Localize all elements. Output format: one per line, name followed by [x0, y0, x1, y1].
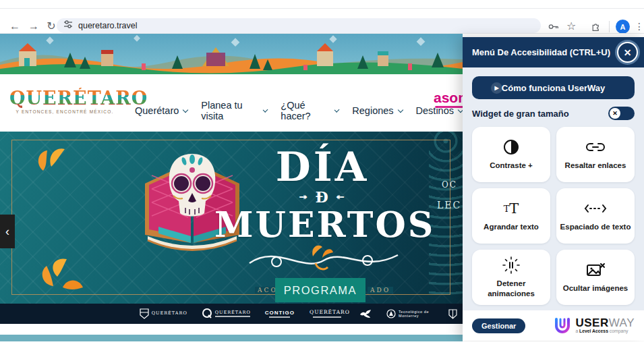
forward-icon[interactable]: → [27, 20, 40, 34]
link-icon [585, 138, 606, 156]
userway-wordmark: USERWAY a Level Access company [575, 317, 635, 334]
main-navigation: Querétaro Planea tu visita ¿Qué hacer? R… [135, 100, 463, 121]
reload-icon[interactable]: ↻ [45, 20, 58, 34]
logo-subline [313, 316, 341, 318]
arrow-right-icon: ↠ [299, 191, 309, 203]
tab-strip-divider [0, 8, 644, 9]
chevron-down-icon [397, 107, 403, 112]
sponsor-queretaro-travel: QUERÉTARO [310, 310, 345, 317]
marigold-petals-top [34, 144, 74, 183]
hero-ribbon-right-text: ADO [368, 287, 393, 294]
bottom-margin [0, 341, 644, 363]
hero-partial-text-top: OC [442, 180, 457, 190]
pause-animations-icon [502, 256, 520, 274]
bottom-teal-strip [0, 335, 463, 341]
extensions-icon[interactable] [591, 21, 602, 34]
logo-subline [215, 316, 250, 317]
sponsor-uaq-crest [448, 309, 457, 319]
accessibility-panel-body: ▶ Cómo funciona UserWay Widget de gran t… [463, 67, 644, 310]
chevron-down-icon [334, 107, 340, 112]
hero-partial-text-bottom: LEC [437, 200, 461, 211]
text-size-icon: TT [504, 200, 519, 217]
crest-icon [140, 308, 149, 319]
sponsor-logo-bar: QUERÉTARO QUERÉTARO CONTIGO QUERÉTARO Te… [0, 304, 463, 324]
bird-icon [359, 309, 372, 318]
tile-hide-images[interactable]: Ocultar imágenes [556, 250, 635, 305]
hide-images-icon [586, 261, 605, 279]
nav-item-planea-tu-visita[interactable]: Planea tu visita [201, 100, 267, 121]
sponsor-tec-de-monterrey: Tecnológico de Monterrey [386, 309, 434, 318]
hero-title: DÍA ↠ Đ ↞ MUERTOS [214, 146, 430, 242]
userway-logo-icon [554, 317, 571, 335]
manage-button[interactable]: Gestionar [472, 318, 525, 333]
asomarte-logo-underline [435, 106, 465, 108]
tile-pause-animations[interactable]: Detener animaciones [472, 250, 550, 305]
tec-emblem-icon [386, 309, 396, 318]
userway-brand[interactable]: USERWAY a Level Access company [554, 317, 635, 335]
prev-slide-button[interactable]: ‹ [0, 215, 15, 248]
tile-highlight-links[interactable]: Resaltar enlaces [556, 127, 635, 182]
accessibility-panel-footer: Gestionar USERWAY a Level Access company [463, 310, 644, 341]
text-spacing-icon [584, 200, 607, 217]
queretaro-logo-tagline: Y ENTONCES, ENCONTRÉ MÉXICO. [11, 109, 119, 114]
chevron-left-icon: ‹ [5, 225, 9, 239]
site-settings-icon[interactable] [63, 20, 73, 32]
tile-text-spacing[interactable]: Espaciado de texto [556, 188, 635, 244]
page-gap [0, 324, 463, 335]
back-icon[interactable]: ← [8, 20, 22, 34]
crest-icon [448, 309, 457, 319]
widget-size-label: Widget de gran tamaño [472, 109, 569, 119]
nav-item-regiones[interactable]: Regiones [352, 105, 402, 116]
hero-title-line1: DÍA [214, 146, 430, 187]
profile-avatar[interactable]: A [616, 20, 630, 34]
sponsor-contigo: CONTIGO [265, 310, 295, 318]
url-text: queretaro.travel [78, 21, 138, 30]
close-icon: ✕ [624, 47, 632, 58]
queretaro-logo[interactable]: QUERÉTARO [9, 88, 148, 109]
contrast-icon [503, 138, 519, 156]
accessibility-tiles-grid: Contraste + Resaltar enlaces TT Agrandar… [472, 127, 635, 305]
marigold-petals-bottom [37, 256, 88, 305]
tile-contrast[interactable]: Contraste + [472, 127, 550, 182]
logo-subline [269, 316, 290, 318]
hero-title-line2: MUERTOS [214, 207, 430, 242]
bookmark-star-icon[interactable]: ☆ [566, 20, 576, 32]
site-header: QUERÉTARO Y ENTONCES, ENCONTRÉ MÉXICO. Q… [0, 74, 463, 132]
sponsor-municipio-queretaro: QUERÉTARO [140, 308, 187, 319]
nav-item-que-hacer[interactable]: ¿Qué hacer? [281, 100, 339, 121]
widget-size-toggle[interactable]: ✕ [608, 107, 635, 120]
hero-flourish-ornament [243, 243, 405, 277]
address-bar[interactable]: queretaro.travel [57, 18, 541, 33]
play-icon: ▶ [491, 82, 502, 94]
close-panel-button[interactable]: ✕ [617, 42, 638, 63]
widget-size-row: Widget de gran tamaño ✕ [472, 107, 635, 120]
toolbar-divider [609, 21, 610, 32]
chevron-down-icon [263, 107, 268, 112]
tile-bigger-text[interactable]: TT Agrandar texto [472, 188, 550, 244]
sponsor-bird-emblem [359, 309, 372, 318]
folk-art-banner [0, 34, 463, 74]
hero-banner: DÍA ↠ Đ ↞ MUERTOS OC LEC ACO ADO PROGRAM… [0, 132, 463, 324]
toggle-off-x-icon: ✕ [610, 108, 620, 119]
programa-button[interactable]: PROGRAMA [275, 278, 365, 302]
q-logo-icon [202, 308, 212, 319]
chevron-down-icon [183, 107, 188, 112]
nav-item-queretaro[interactable]: Querétaro [135, 105, 187, 116]
panel-title: Menú De Accesibilidad (CTRL+U) [472, 47, 610, 57]
sponsor-gobierno-del-estado: QUERÉTARO [202, 308, 250, 319]
browser-toolbar: ← → ↻ queretaro.travel ☆ A ⋮ [0, 0, 644, 34]
how-userway-works-button[interactable]: ▶ Cómo funciona UserWay [472, 76, 635, 99]
kebab-menu-icon[interactable]: ⋮ [633, 20, 644, 34]
arrow-left-icon: ↞ [336, 191, 346, 203]
accessibility-panel: Menú De Accesibilidad (CTRL+U) ✕ ▶ Cómo … [463, 37, 644, 341]
